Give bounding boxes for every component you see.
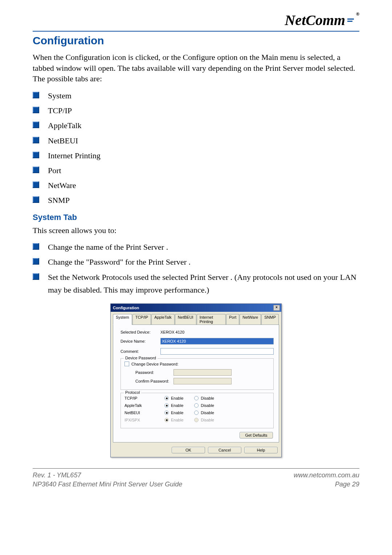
dialog-body: Selected Device: XEROX 4120 Device Name:…: [113, 325, 279, 442]
tab-internet-printing[interactable]: Internet Printing: [197, 314, 226, 325]
tab-netware[interactable]: NetWare: [240, 314, 261, 325]
list-item: Internet Printing: [33, 149, 359, 162]
protocol-name: IPX/SPX: [124, 418, 164, 422]
tab-system[interactable]: System: [113, 314, 132, 325]
netbeui-disable-radio[interactable]: [194, 411, 199, 415]
password-field[interactable]: [173, 369, 232, 376]
tab-snmp[interactable]: SNMP: [261, 314, 279, 325]
list-item: NetBEUI: [33, 134, 359, 147]
list-item: Change the "Password" for the Print Serv…: [33, 256, 359, 268]
enable-label: Enable: [171, 403, 183, 408]
selected-device-value: XEROX 4120: [160, 330, 184, 334]
enable-label: Enable: [171, 396, 183, 400]
confirm-password-field[interactable]: [173, 378, 232, 384]
protocol-group: Protocol TCP/IP Enable Disable AppleTalk…: [121, 393, 274, 428]
brand-dash-icon: [347, 19, 354, 22]
list-item: Change the name of the Print Server .: [33, 241, 359, 253]
change-password-checkbox[interactable]: [124, 362, 129, 366]
tab-port[interactable]: Port: [226, 314, 239, 325]
selected-device-label: Selected Device:: [121, 330, 160, 334]
subsection-title: System Tab: [33, 213, 359, 222]
tcpip-disable-radio[interactable]: [194, 396, 199, 400]
device-password-legend: Device Password: [124, 356, 158, 360]
tcpip-enable-radio[interactable]: [164, 396, 169, 400]
list-item: System: [33, 89, 359, 102]
comment-label: Comment:: [121, 349, 160, 354]
registered-icon: ®: [356, 12, 359, 17]
ipxspx-disable-radio: [194, 418, 199, 422]
tab-tcpip[interactable]: TCP/IP: [132, 314, 151, 325]
page-footer: Rev. 1 - YML657 www.netcomm.com.au: [33, 472, 359, 479]
tab-netbeui[interactable]: NetBEUI: [175, 314, 196, 325]
list-item: NetWare: [33, 179, 359, 192]
device-password-group: Device Password Change Device Password: …: [121, 358, 274, 390]
footer-rule: [33, 468, 359, 469]
appletalk-disable-radio[interactable]: [194, 403, 199, 408]
tab-appletalk[interactable]: AppleTalk: [151, 314, 175, 325]
disable-label: Disable: [201, 418, 214, 422]
help-button[interactable]: Help: [244, 447, 278, 453]
protocol-legend: Protocol: [124, 390, 141, 395]
configuration-dialog: Configuration × System TCP/IP AppleTalk …: [110, 303, 282, 457]
enable-label: Enable: [171, 418, 183, 422]
password-label: Password:: [135, 370, 173, 375]
intro-paragraph: When the Configuration icon is clicked, …: [33, 52, 359, 84]
list-item: SNMP: [33, 194, 359, 207]
ok-button[interactable]: OK: [172, 447, 205, 453]
brand-logo: NetComm ®: [285, 12, 359, 29]
device-name-field[interactable]: [160, 338, 274, 344]
brand-text: NetComm: [285, 12, 345, 29]
footer-guide: NP3640 Fast Ethernet Mini Print Server U…: [33, 481, 182, 488]
tabs-list: System TCP/IP AppleTalk NetBEUI Internet…: [33, 89, 359, 207]
protocol-name: AppleTalk: [124, 403, 164, 408]
list-item: AppleTalk: [33, 119, 359, 132]
netbeui-enable-radio[interactable]: [164, 411, 169, 415]
disable-label: Disable: [201, 396, 214, 400]
device-name-label: Device Name:: [121, 339, 160, 343]
header-rule: [33, 31, 359, 32]
dialog-title: Configuration: [113, 306, 139, 310]
actions-list: Change the name of the Print Server . Ch…: [33, 241, 359, 296]
enable-label: Enable: [171, 411, 183, 415]
subsection-intro: This screen allows you to:: [33, 225, 359, 236]
confirm-password-label: Confirm Password:: [135, 379, 173, 383]
section-title: Configuration: [33, 34, 359, 47]
disable-label: Disable: [201, 411, 214, 415]
change-password-label: Change Device Password:: [131, 362, 179, 366]
ipxspx-enable-radio: [164, 418, 169, 422]
list-item: TCP/IP: [33, 104, 359, 117]
page-footer-2: NP3640 Fast Ethernet Mini Print Server U…: [33, 481, 359, 488]
footer-rev: Rev. 1 - YML657: [33, 472, 81, 479]
protocol-name: NetBEUI: [124, 411, 164, 415]
disable-label: Disable: [201, 403, 214, 408]
cancel-button[interactable]: Cancel: [208, 447, 241, 453]
footer-page: Page 29: [335, 481, 359, 488]
comment-field[interactable]: [160, 348, 274, 355]
footer-url: www.netcomm.com.au: [294, 472, 359, 479]
dialog-titlebar: Configuration ×: [111, 304, 281, 312]
appletalk-enable-radio[interactable]: [164, 403, 169, 408]
list-item: Port: [33, 164, 359, 177]
dialog-tabs: System TCP/IP AppleTalk NetBEUI Internet…: [111, 312, 281, 325]
get-defaults-button[interactable]: Get Defaults: [240, 432, 273, 438]
protocol-name: TCP/IP: [124, 396, 164, 400]
list-item: Set the Network Protocols used the selec…: [33, 271, 359, 296]
close-button[interactable]: ×: [273, 305, 280, 311]
